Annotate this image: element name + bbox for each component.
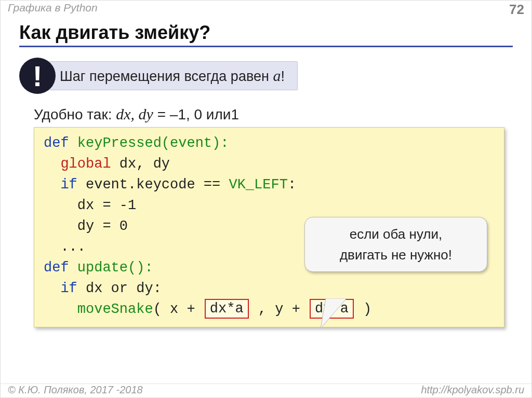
note-row: ! Шаг перемещения всегда равен a! xyxy=(19,58,513,94)
convenient-line: Удобно так: dx, dy = –1, 0 или1 xyxy=(34,105,513,123)
header-bar: Графика в Python 72 xyxy=(1,1,531,18)
assign-dy: dy = 0 xyxy=(77,218,128,234)
slide-title: Как двигать змейку? xyxy=(19,22,513,47)
code-line-2: global dx, dy xyxy=(44,154,495,174)
callout-line2: двигать не нужно! xyxy=(310,244,482,265)
keyword-if2: if xyxy=(60,281,77,296)
code-line-9: moveSnake( x + dx*a , y + dy*a ) xyxy=(44,299,495,320)
ellipsis: ... xyxy=(60,239,86,255)
if-cond-a: event.keycode == xyxy=(86,177,229,193)
call-arg-a: ( x + xyxy=(153,301,204,317)
code-block: def keyPressed(event): global dx, dy if … xyxy=(34,127,504,327)
if-cond2: dx or dy: xyxy=(86,281,162,296)
call-arg-b: , y + xyxy=(250,301,309,317)
func-update: update(): xyxy=(77,260,153,276)
convenient-before: Удобно так: xyxy=(34,106,116,122)
callout-bubble: если оба нули, двигать не нужно! xyxy=(304,217,487,272)
copyright: © К.Ю. Поляков, 2017 -2018 xyxy=(8,384,143,396)
code-line-1: def keyPressed(event): xyxy=(44,133,495,154)
code-line-3: if event.keycode == VK_LEFT: xyxy=(44,174,495,195)
note-text-after: ! xyxy=(281,68,285,84)
func-keypressed: keyPressed(event): xyxy=(77,135,229,151)
callout-line1: если оба нули, xyxy=(310,224,482,244)
svg-marker-0 xyxy=(321,298,347,328)
keyword-global: global xyxy=(60,156,111,172)
note-var: a xyxy=(273,67,281,84)
exclamation-icon: ! xyxy=(19,58,56,94)
topic-label: Графика в Python xyxy=(8,2,98,14)
content: ! Шаг перемещения всегда равен a! Удобно… xyxy=(1,47,531,327)
global-vars: dx, dy xyxy=(119,156,170,172)
call-arg-c: ) xyxy=(355,301,371,317)
assign-dx: dx = -1 xyxy=(77,198,136,213)
footer-url: http://kpolyakov.spb.ru xyxy=(421,384,524,396)
highlight-dxa: dx*a xyxy=(205,299,249,319)
convenient-vars: dx, dy xyxy=(116,105,153,122)
keyword-def2: def xyxy=(44,260,69,276)
page-number: 72 xyxy=(509,2,524,18)
slide: Графика в Python 72 Как двигать змейку? … xyxy=(0,0,532,398)
footer-bar: © К.Ю. Поляков, 2017 -2018 http://kpolya… xyxy=(1,383,531,397)
call-movesnake: moveSnake xyxy=(77,301,153,317)
note-text-before: Шаг перемещения всегда равен xyxy=(60,68,273,84)
keyword-if: if xyxy=(60,177,77,193)
code-line-4: dx = -1 xyxy=(44,195,495,216)
code-line-8: if dx or dy: xyxy=(44,278,495,299)
const-vkleft: VK_LEFT xyxy=(229,177,287,193)
convenient-after: = –1, 0 или1 xyxy=(153,106,239,122)
keyword-def: def xyxy=(44,135,69,151)
if-cond-b: : xyxy=(288,177,296,193)
note-box: Шаг перемещения всегда равен a! xyxy=(46,61,298,90)
